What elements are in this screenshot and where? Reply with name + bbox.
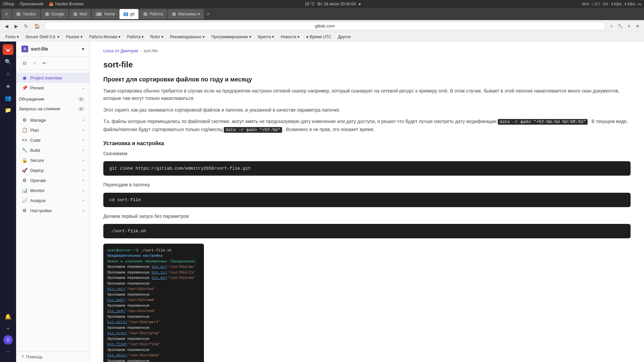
breadcrumb-parent[interactable]: Linux от Дмитрия xyxy=(103,48,138,53)
step2-label: Переходим в папочку xyxy=(103,181,631,188)
tab-shops[interactable]: 4 Магазины ▾ xyxy=(168,9,204,19)
settings-label: Настройки xyxy=(30,208,80,213)
address-bar[interactable]: gitlab.com xyxy=(44,22,606,30)
bookmark-misc[interactable]: Разное ▾ xyxy=(63,34,85,40)
analyze-icon: 📈 xyxy=(21,198,28,203)
mergerequests-badge: 0 xyxy=(78,107,84,111)
reload-button[interactable]: ↻ xyxy=(22,22,30,30)
tab-home[interactable]: 18 Home xyxy=(92,9,119,19)
breadcrumb-current: sort-file xyxy=(144,48,158,53)
bookmark-programming[interactable]: Программирование ▾ xyxy=(209,34,254,40)
mergerequests-label: Запросы на слияние xyxy=(19,106,75,111)
home-rail-icon[interactable]: ⌂ xyxy=(3,68,13,79)
add-rail-icon[interactable]: ＋ xyxy=(3,323,13,334)
sidebar-item-deploy[interactable]: 🚀 Deploy ▾ xyxy=(16,165,90,175)
bookmark-ssh[interactable]: Secure Shell 0.8. ▾ xyxy=(23,34,62,40)
projects-rail-icon[interactable]: 📁 xyxy=(3,105,13,115)
bookmark-work[interactable]: Работа ▾ xyxy=(124,34,146,40)
build-label: Build xyxy=(30,148,80,153)
project-desc-para3: Т.к. файлы которые перемещались по файло… xyxy=(103,118,631,134)
sidebar-item-monitor[interactable]: 📊 Monitor ▾ xyxy=(16,185,90,195)
gitlab-logo-icon[interactable] xyxy=(3,44,13,55)
overview-icon: ◉ xyxy=(21,75,28,80)
home-button[interactable]: 🏠 xyxy=(32,22,42,30)
groups-rail-icon[interactable]: 👥 xyxy=(3,93,13,103)
tab-git[interactable]: 6 git xyxy=(119,9,138,19)
tab-yandex[interactable]: 6 Yandex xyxy=(12,9,40,19)
rail-bottom: 🔔 ＋ D ⋯ xyxy=(3,311,13,359)
sidebar-item-mergerequests[interactable]: Запросы на слияние 0 xyxy=(16,104,90,114)
terminal-line-find: Пропишем переменную bin_find='/usr/bin/f… xyxy=(107,336,200,347)
forward-button[interactable]: ▶ xyxy=(12,22,20,30)
plan-chevron-icon: ▾ xyxy=(83,128,84,132)
sidebar-item-secure[interactable]: 🔒 Secure ▾ xyxy=(16,155,90,165)
code-block-cd: cd sort-file xyxy=(103,193,631,207)
tab-google[interactable]: 9 Google xyxy=(41,9,68,19)
settings-chevron-icon: ▾ xyxy=(83,209,84,213)
analyze-chevron-icon: ▾ xyxy=(83,199,84,202)
bookmark-news[interactable]: Новости ▾ xyxy=(278,34,302,40)
sidebar-item-plan[interactable]: 📋 Plan ▾ xyxy=(16,125,90,135)
bookmark-rutor[interactable]: Rutor ▾ xyxy=(148,34,166,40)
bookmark-forex[interactable]: Forex ▾ xyxy=(3,34,21,40)
icon-rail: 🔍 ⌂ ◈ 👥 📁 🔔 ＋ D ⋯ xyxy=(0,42,16,362)
tab-mail[interactable]: 3 Mail xyxy=(69,9,91,19)
secure-chevron-icon: ▾ xyxy=(83,159,84,162)
sidebar-issues-button[interactable]: ⊟ xyxy=(20,59,29,67)
system-bar-center: 16 °C Вт, 18 июля 20:40:04 ● xyxy=(305,2,361,6)
sidebar-item-operate[interactable]: ⚙ Operate ▾ xyxy=(16,175,90,185)
bookmark-crypto[interactable]: Крипта ▾ xyxy=(255,34,277,40)
discussions-label: Обсуждения xyxy=(19,97,75,102)
system-bar-right: 36% □ 0.7 5% 9 KB/s 4 KB/s ru xyxy=(582,2,641,6)
project-desc-para1: Такая сортировка обычно требуется в случ… xyxy=(103,87,631,102)
net-down: 9 KB/s xyxy=(611,2,622,6)
sidebar-item-code[interactable]: <> Code ▾ xyxy=(16,135,90,145)
code-icon: <> xyxy=(21,137,28,143)
bookmark-utc[interactable]: ● Время UTC xyxy=(304,34,334,40)
notifications-rail-icon[interactable]: 🔔 xyxy=(3,311,13,322)
tab-work[interactable]: 5 Работа xyxy=(139,9,167,19)
terminal-line-ls: Пропишем переменную bin_ls='/usr/bin/ls' xyxy=(107,270,200,276)
sidebar-merge-button[interactable]: ⑂ xyxy=(31,59,39,67)
sidebar-tools: ⊟ ⑂ ✏ xyxy=(16,57,90,70)
bookmark-work-moscow[interactable]: Работа Москва ▾ xyxy=(87,34,123,40)
new-tab-button[interactable]: + xyxy=(205,11,212,17)
sidebar-item-discussions[interactable]: Обсуждения 0 xyxy=(16,94,90,104)
terminal-screenshot: user@server:~$ ./sort-file.sh Предварите… xyxy=(103,244,204,362)
help-button[interactable]: ? Помощь xyxy=(16,351,90,362)
tab-count[interactable]: 4 xyxy=(1,9,11,19)
step1-label: Скачиваем xyxy=(103,150,631,157)
pinned-chevron-icon: ▴ xyxy=(83,86,84,90)
user-avatar[interactable]: D xyxy=(3,335,13,345)
sidebar-item-build[interactable]: 🔧 Build ▾ xyxy=(16,145,90,155)
manage-icon: ⚙ xyxy=(21,117,28,123)
extensions-icon[interactable]: 🔧 xyxy=(616,22,624,30)
apps-label[interactable]: Приложения xyxy=(20,2,43,6)
sidebar-header: S sort-file ▾ xyxy=(16,42,90,57)
search-rail-icon[interactable]: 🔍 xyxy=(3,56,13,67)
sidebar-chevron-icon[interactable]: ▾ xyxy=(82,46,84,52)
back-button[interactable]: ◀ xyxy=(3,22,10,30)
sidebar-item-project-overview[interactable]: ◉ Project overview xyxy=(16,73,90,83)
sidebar-item-manage[interactable]: ⚙ Manage ▾ xyxy=(16,115,90,125)
dots-rail-icon[interactable]: ⋯ xyxy=(3,346,13,357)
bookmark-icon[interactable]: ☆ xyxy=(608,22,615,30)
overview-label[interactable]: Обзор xyxy=(3,2,14,6)
sidebar-item-pinned[interactable]: 📌 Pinned ▴ xyxy=(16,83,90,93)
settings-icon: ⚙ xyxy=(21,208,28,213)
code-block-clone: git clone https://gitlab.com/edmitry2010… xyxy=(103,161,631,176)
sidebar-item-analyze[interactable]: 📈 Analyze ▾ xyxy=(16,195,90,205)
bookmark-other[interactable]: Другое xyxy=(335,34,353,40)
sidebar-item-settings[interactable]: ⚙ Настройки ▾ xyxy=(16,205,90,216)
code-block-run: ./sort-file.sh xyxy=(103,224,631,238)
analyze-label: Analyze xyxy=(30,198,80,203)
menu-icon[interactable]: ≡ xyxy=(625,22,633,30)
dot-indicator: ● xyxy=(359,2,361,6)
close-browser-icon[interactable]: ✕ xyxy=(634,22,641,30)
activity-rail-icon[interactable]: ◈ xyxy=(3,80,13,91)
lang: ru xyxy=(638,2,641,6)
sidebar-edit-button[interactable]: ✏ xyxy=(40,59,49,67)
sidebar: S sort-file ▾ ⊟ ⑂ ✏ ◉ Project overview 📌… xyxy=(16,42,90,362)
bookmark-recommended[interactable]: Рекомендованно ▾ xyxy=(167,34,208,40)
cpu: □ 0.7 xyxy=(592,2,600,6)
